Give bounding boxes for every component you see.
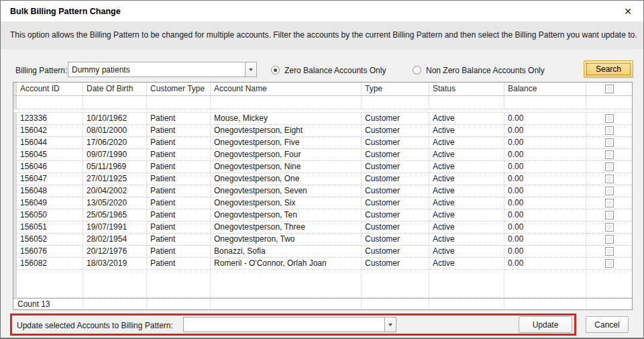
billing-pattern-dropdown-button[interactable] xyxy=(245,62,256,77)
update-button[interactable]: Update xyxy=(519,316,572,333)
filter-cell-select[interactable] xyxy=(586,96,632,109)
cell-account-name: Onegovtestperson, Six xyxy=(211,197,362,209)
row-checkbox[interactable] xyxy=(605,138,614,147)
cell-status: Active xyxy=(429,173,504,185)
row-checkbox[interactable] xyxy=(605,199,614,207)
cell-type: Customer xyxy=(362,222,429,234)
column-header-status[interactable]: Status xyxy=(429,83,504,95)
table-row[interactable]: 156042 08/01/2000 Patient Onegovtestpers… xyxy=(13,125,632,137)
cell-customer-type: Patient xyxy=(147,113,211,125)
cell-status: Active xyxy=(429,185,504,197)
column-header-type[interactable]: Type xyxy=(362,83,429,95)
cancel-button[interactable]: Cancel xyxy=(586,316,629,333)
table-row[interactable]: 156048 20/04/2002 Patient Onegovtestpers… xyxy=(13,185,632,197)
cell-customer-type: Patient xyxy=(147,222,211,234)
bulk-billing-pattern-change-dialog: Bulk Billing Pattern Change ✕ This optio… xyxy=(0,0,644,339)
row-checkbox[interactable] xyxy=(605,187,614,195)
table-row[interactable]: 156045 09/07/1990 Patient Onegovtestpers… xyxy=(13,149,632,161)
cell-status: Active xyxy=(429,125,504,137)
cell-status: Active xyxy=(429,137,504,149)
cell-customer-type: Patient xyxy=(147,161,211,173)
row-checkbox[interactable] xyxy=(605,223,614,232)
row-checkbox[interactable] xyxy=(605,162,614,171)
description-strip: This option allows the Billing Pattern t… xyxy=(1,21,643,49)
column-header-select-all xyxy=(586,83,632,95)
bottom-bar: Update selected Accounts to Billing Patt… xyxy=(1,310,643,339)
table-row[interactable]: 156082 18/03/2019 Patient Romeril - O'Co… xyxy=(13,258,632,270)
cell-select xyxy=(586,185,632,197)
grid-empty-area xyxy=(13,270,632,298)
cell-account-name: Onegovtestperson, Eight xyxy=(211,125,362,137)
table-row[interactable]: 156046 05/11/1969 Patient Onegovtestpers… xyxy=(13,161,632,173)
cell-balance: 0.00 xyxy=(504,185,586,197)
filter-cell-date-of-birth[interactable] xyxy=(83,96,147,109)
cell-select xyxy=(586,234,632,246)
column-header-date-of-birth[interactable]: Date Of Birth xyxy=(83,83,147,95)
cell-date-of-birth: 20/04/2002 xyxy=(83,185,147,197)
table-row[interactable]: 156051 19/07/1991 Patient Onegovtestpers… xyxy=(13,222,632,234)
cell-date-of-birth: 20/12/1976 xyxy=(83,246,147,258)
cell-type: Customer xyxy=(362,161,429,173)
search-button[interactable]: Search xyxy=(584,60,633,78)
radio-zero-balance-accounts-only[interactable]: Zero Balance Accounts Only xyxy=(271,65,386,75)
cell-status: Active xyxy=(429,209,504,222)
column-header-account-name[interactable]: Account Name xyxy=(211,83,362,95)
row-checkbox[interactable] xyxy=(605,247,614,256)
billing-pattern-combobox[interactable]: Dummy patients xyxy=(68,62,257,77)
cell-date-of-birth: 19/07/1991 xyxy=(83,222,147,234)
cell-date-of-birth: 10/10/1962 xyxy=(83,113,147,125)
row-checkbox[interactable] xyxy=(605,259,614,268)
row-checkbox[interactable] xyxy=(605,150,614,159)
cell-customer-type: Patient xyxy=(147,246,211,258)
row-checkbox[interactable] xyxy=(605,126,614,135)
cell-status: Active xyxy=(429,113,504,125)
cell-type: Customer xyxy=(362,185,429,197)
filter-cell-customer-type[interactable] xyxy=(147,96,211,109)
close-button[interactable]: ✕ xyxy=(621,5,635,18)
cell-type: Customer xyxy=(362,246,429,258)
column-header-account-id[interactable]: Account ID xyxy=(17,83,83,95)
row-checkbox[interactable] xyxy=(605,175,614,183)
cell-account-name: Onegovtestperson, Four xyxy=(211,149,362,161)
table-row[interactable]: 156076 20/12/1976 Patient Bonazzi, Sofia… xyxy=(13,246,632,258)
table-row[interactable]: 156047 27/01/1925 Patient Onegovtestpers… xyxy=(13,173,632,185)
table-row[interactable]: 156052 28/02/1954 Patient Onegovtestpero… xyxy=(13,234,632,246)
row-checkbox[interactable] xyxy=(605,235,614,244)
cell-customer-type: Patient xyxy=(147,234,211,246)
cell-account-id: 156050 xyxy=(17,209,83,222)
filter-cell-account-name[interactable] xyxy=(211,96,362,109)
filter-cell-status[interactable] xyxy=(429,96,504,109)
cell-date-of-birth: 13/05/2020 xyxy=(83,197,147,209)
cell-type: Customer xyxy=(362,234,429,246)
cell-customer-type: Patient xyxy=(147,258,211,270)
cell-select xyxy=(586,209,632,222)
cell-account-id: 156076 xyxy=(17,246,83,258)
update-pattern-dropdown-button[interactable] xyxy=(384,318,396,332)
filter-cell-type[interactable] xyxy=(362,96,429,109)
cell-account-name: Romeril - O'Connor, Orlah Joan xyxy=(211,258,362,270)
cell-account-id: 156046 xyxy=(17,161,83,173)
cell-select xyxy=(586,246,632,258)
cancel-button-label: Cancel xyxy=(594,320,619,330)
table-row[interactable]: 156044 17/06/2020 Patient Onegovtestpers… xyxy=(13,137,632,149)
table-row[interactable]: 156050 25/05/1965 Patient Onegovtestpers… xyxy=(13,209,632,222)
update-billing-pattern-combobox[interactable] xyxy=(183,317,396,332)
cell-select xyxy=(586,173,632,185)
radio-button-icon xyxy=(271,66,280,75)
column-header-balance[interactable]: Balance xyxy=(504,83,586,95)
row-checkbox[interactable] xyxy=(605,211,614,220)
table-row[interactable]: 156049 13/05/2020 Patient Onegovtestpers… xyxy=(13,197,632,209)
cell-select xyxy=(586,125,632,137)
radio-non-zero-balance-accounts-only[interactable]: Non Zero Balance Accounts Only xyxy=(413,65,545,75)
cell-account-name: Onegovtestperson, Five xyxy=(211,137,362,149)
row-checkbox[interactable] xyxy=(605,114,614,123)
select-all-checkbox[interactable] xyxy=(605,85,614,93)
column-header-customer-type[interactable]: Customer Type xyxy=(147,83,211,95)
filter-cell-balance[interactable] xyxy=(504,96,586,109)
cell-customer-type: Patient xyxy=(147,137,211,149)
cell-customer-type: Patient xyxy=(147,185,211,197)
cell-select xyxy=(586,137,632,149)
filter-cell-account-id[interactable] xyxy=(17,96,83,109)
table-row[interactable]: 123336 10/10/1962 Patient Mouse, Mickey … xyxy=(13,113,632,125)
grid-body: 123336 10/10/1962 Patient Mouse, Mickey … xyxy=(13,113,632,270)
